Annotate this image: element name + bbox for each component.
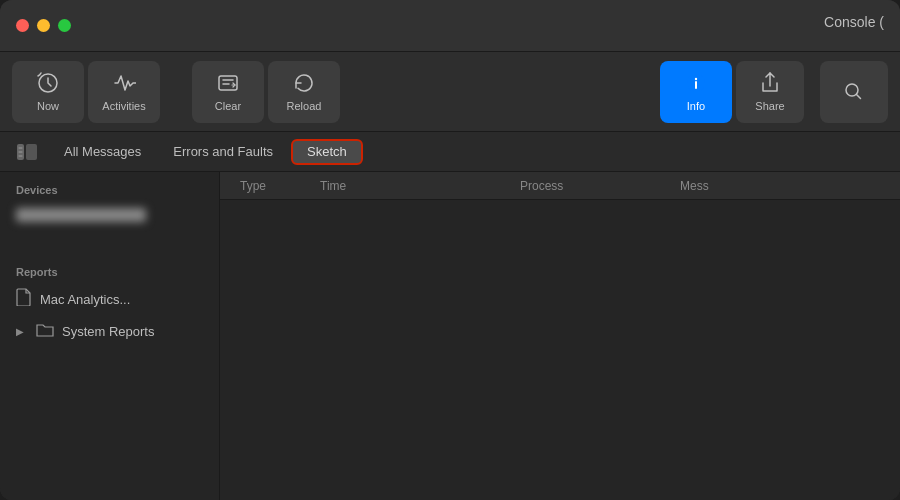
minimize-button[interactable]: [37, 19, 50, 32]
share-label: Share: [755, 100, 784, 112]
window-title: Console (: [824, 14, 884, 30]
column-headers: Type Time Process Mess: [220, 172, 900, 200]
system-reports-item[interactable]: ▶ System Reports: [0, 316, 219, 347]
system-reports-label: System Reports: [62, 324, 154, 339]
device-name: [16, 208, 146, 222]
errors-and-faults-tab[interactable]: Errors and Faults: [159, 139, 287, 165]
sketch-tab[interactable]: Sketch: [291, 139, 363, 165]
expand-arrow-icon: ▶: [16, 326, 24, 337]
reports-label: Reports: [0, 254, 219, 282]
sidebar: Devices Reports Mac Analytics... ▶: [0, 172, 220, 500]
now-label: Now: [37, 100, 59, 112]
activities-button[interactable]: Activities: [88, 61, 160, 123]
device-entry[interactable]: [0, 200, 219, 234]
close-button[interactable]: [16, 19, 29, 32]
clear-label: Clear: [215, 100, 241, 112]
reload-icon: [292, 71, 316, 95]
search-button[interactable]: [820, 61, 888, 123]
main-window: Console ( Now Activities: [0, 0, 900, 500]
devices-label: Devices: [0, 172, 219, 200]
all-messages-tab[interactable]: All Messages: [50, 139, 155, 165]
svg-point-2: [695, 78, 697, 80]
process-column-header: Process: [512, 179, 672, 193]
sidebar-toggle-button[interactable]: [12, 140, 42, 164]
filter-bar: All Messages Errors and Faults Sketch: [0, 132, 900, 172]
mac-analytics-item[interactable]: Mac Analytics...: [0, 282, 219, 316]
share-button[interactable]: Share: [736, 61, 804, 123]
type-column-header: Type: [232, 179, 312, 193]
time-column-header: Time: [312, 179, 512, 193]
activities-label: Activities: [102, 100, 145, 112]
traffic-lights: [16, 19, 71, 32]
log-rows: [220, 200, 900, 500]
search-icon: [843, 81, 865, 103]
info-icon: [684, 71, 708, 95]
now-button[interactable]: Now: [12, 61, 84, 123]
info-label: Info: [687, 100, 705, 112]
toolbar: Now Activities Clear: [0, 52, 900, 132]
content-area: Devices Reports Mac Analytics... ▶: [0, 172, 900, 500]
clear-button[interactable]: Clear: [192, 61, 264, 123]
svg-rect-5: [26, 144, 37, 160]
folder-icon: [36, 322, 54, 341]
info-button[interactable]: Info: [660, 61, 732, 123]
now-icon: [36, 71, 60, 95]
activities-icon: [112, 71, 136, 95]
message-column-header: Mess: [672, 179, 888, 193]
clear-icon: [216, 71, 240, 95]
file-icon: [16, 288, 32, 310]
reload-button[interactable]: Reload: [268, 61, 340, 123]
maximize-button[interactable]: [58, 19, 71, 32]
svg-rect-0: [219, 76, 237, 90]
share-icon: [759, 71, 781, 95]
title-bar: Console (: [0, 0, 900, 52]
reload-label: Reload: [287, 100, 322, 112]
mac-analytics-label: Mac Analytics...: [40, 292, 130, 307]
main-content: Type Time Process Mess: [220, 172, 900, 500]
